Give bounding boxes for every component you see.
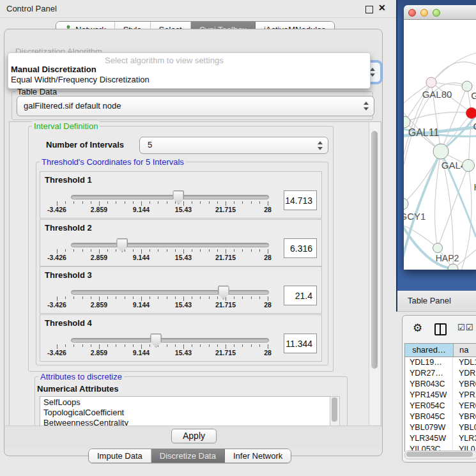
slider-tick <box>99 344 100 349</box>
table-row[interactable]: YBR043CYBR0 <box>405 379 476 390</box>
slider-tick <box>226 344 226 349</box>
slider-tick-label: 2.859 <box>91 301 107 309</box>
slider-tick <box>192 249 192 252</box>
attributes-group-label: Attributes to discretize <box>38 372 124 381</box>
window-close-icon[interactable] <box>408 9 416 17</box>
cell-shared-name[interactable]: YBL079W <box>405 422 453 433</box>
network-node[interactable] <box>448 264 458 270</box>
slider-tick <box>125 201 125 204</box>
table-row[interactable]: YER054CYER0 <box>405 401 476 411</box>
network-node-gal80[interactable] <box>426 77 436 88</box>
algorithm-option[interactable]: Equal Width/Frequency Discretization <box>11 75 150 84</box>
cell-name[interactable]: YDR2 <box>453 368 476 379</box>
slider-tick <box>158 201 158 204</box>
slider-tick <box>234 201 234 204</box>
numerical-attributes-label: Numerical Attributes <box>37 384 118 394</box>
slider-tick-label: 21.715 <box>215 206 236 213</box>
cell-name[interactable]: YER0 <box>453 401 476 411</box>
numerical-attributes-list[interactable]: SelfLoopsTopologicalCoefficientBetweenne… <box>40 396 331 427</box>
slider-handle[interactable] <box>218 286 229 300</box>
threshold-value-field[interactable]: 11.344 <box>284 334 317 353</box>
table-row[interactable]: YPR145WYPR1 <box>405 390 476 401</box>
threshold-value-field[interactable]: 21.4 <box>284 286 317 305</box>
cell-shared-name[interactable]: YER054C <box>405 401 453 411</box>
slider-track[interactable] <box>71 290 269 295</box>
gear-icon[interactable]: ⚙ <box>413 321 422 335</box>
network-edge[interactable] <box>404 112 472 122</box>
tab-infer-network[interactable]: Infer Network <box>225 449 291 463</box>
cell-name[interactable]: YLR3 <box>453 433 476 444</box>
cell-shared-name[interactable]: YPR145W <box>405 390 453 401</box>
attribute-list-item[interactable]: SelfLoops <box>40 397 330 407</box>
slider-tick <box>133 344 134 347</box>
slider-tick <box>242 296 243 299</box>
table-row[interactable]: YLR345WYLR3 <box>405 433 476 444</box>
slider-tick <box>99 201 100 206</box>
close-panel-icon[interactable]: ✕ <box>378 3 386 13</box>
table-horizontal-scrollbar-thumb[interactable] <box>406 452 473 457</box>
network-window-titlebar[interactable] <box>404 5 476 20</box>
cell-name[interactable]: YDL1 <box>453 357 476 368</box>
slider-track[interactable] <box>71 338 269 342</box>
table-data-combobox[interactable]: galFiltered.sif default node <box>17 96 374 116</box>
network-node-gal4[interactable] <box>433 144 449 159</box>
network-node-hap2[interactable] <box>433 243 443 253</box>
float-panel-icon[interactable] <box>365 6 373 13</box>
cell-shared-name[interactable]: YDL19… <box>405 357 453 368</box>
algorithm-option[interactable]: Manual Discretization <box>11 65 96 74</box>
slider-tick <box>82 249 83 252</box>
slider-tick-label: -3.426 <box>47 301 66 309</box>
threshold-value-field[interactable]: 6.316 <box>284 238 317 258</box>
table-row[interactable]: YDL19…YDL1 <box>405 357 476 368</box>
slider-tick <box>99 249 100 254</box>
table-row[interactable]: YBR045CYBR0 <box>405 411 476 422</box>
network-edge[interactable] <box>431 53 476 82</box>
slider-tick <box>150 201 150 204</box>
checkbox-filter-icons[interactable]: ☑☑ <box>457 323 473 332</box>
threshold-label: Threshold 4 <box>45 318 92 328</box>
window-minimize-icon[interactable] <box>420 9 428 17</box>
slider-tick-label: 21.715 <box>215 254 236 261</box>
cell-name[interactable]: YBR0 <box>453 411 476 422</box>
network-canvas[interactable]: GAL80GACGAL11GAL4HGCY1HAP2 <box>404 20 476 270</box>
slider-track[interactable] <box>71 243 269 247</box>
network-node-h[interactable] <box>463 160 475 172</box>
slider-tick <box>150 344 150 347</box>
threshold-value-field[interactable]: 14.713 <box>284 190 317 210</box>
slider-tick <box>183 201 184 206</box>
settings-vertical-scrollbar-thumb[interactable] <box>371 131 378 369</box>
apply-button[interactable]: Apply <box>171 429 217 443</box>
tab-impute-data[interactable]: Impute Data <box>89 449 151 463</box>
table-row[interactable]: YBL079WYBL0 <box>405 422 476 433</box>
slider-handle[interactable] <box>116 238 128 252</box>
cell-shared-name[interactable]: YBR043C <box>405 379 453 390</box>
cell-shared-name[interactable]: YLR345W <box>405 433 453 444</box>
attribute-list-item[interactable]: TopologicalCoefficient <box>40 407 330 417</box>
slider-handle[interactable] <box>150 334 162 348</box>
network-node-label: GAL11 <box>408 127 440 138</box>
network-node-c[interactable] <box>466 108 476 119</box>
column-header-shared-name[interactable]: shared… <box>405 344 454 357</box>
table-row[interactable]: YDR27…YDR2 <box>405 368 476 379</box>
cell-name[interactable]: YPR1 <box>453 390 476 401</box>
network-node-gcy1[interactable] <box>404 198 408 210</box>
cell-shared-name[interactable]: YBR045C <box>405 411 453 422</box>
window-zoom-icon[interactable] <box>433 9 440 17</box>
slider-tick <box>217 344 218 347</box>
number-of-intervals-combobox[interactable]: 5 <box>139 137 328 154</box>
cell-name[interactable]: YBL0 <box>453 422 476 433</box>
attributes-list-scrollbar-thumb[interactable] <box>332 397 337 422</box>
split-columns-icon[interactable] <box>434 323 447 335</box>
slider-tick <box>209 249 210 252</box>
column-header-name[interactable]: na <box>454 344 476 357</box>
combo-stepper-icon <box>363 102 369 111</box>
slider-tick <box>259 201 260 204</box>
slider-tick <box>217 296 218 299</box>
cell-shared-name[interactable]: YDR27… <box>405 368 453 379</box>
tab-discretize-data[interactable]: Discretize Data <box>151 449 225 463</box>
cell-name[interactable]: YBR0 <box>453 379 476 390</box>
slider-track[interactable] <box>71 195 269 199</box>
slider-tick <box>141 296 142 301</box>
slider-tick-label: 9.144 <box>133 301 150 309</box>
slider-tick <box>57 296 58 301</box>
